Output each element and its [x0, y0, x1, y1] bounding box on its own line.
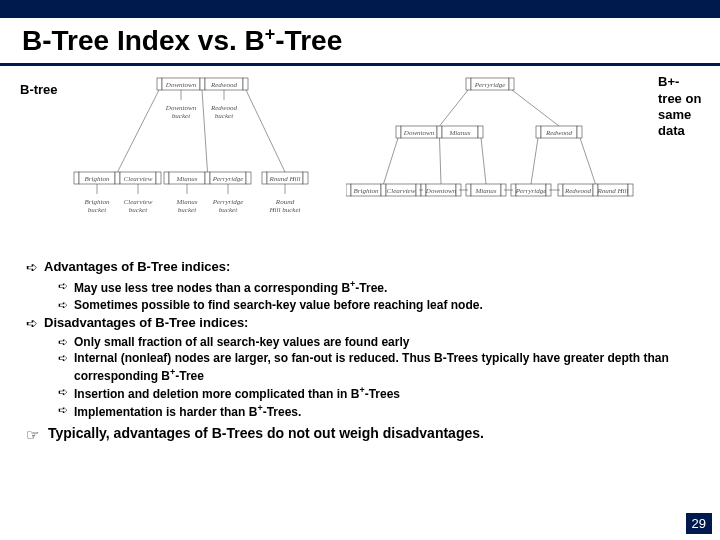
svg-rect-25: [262, 172, 267, 184]
svg-rect-53: [396, 126, 401, 138]
svg-rect-24: [246, 172, 251, 184]
svg-text:Clearview: Clearview: [387, 187, 416, 195]
svg-text:Mianus: Mianus: [176, 175, 198, 183]
slide-top-bar: [0, 0, 720, 18]
svg-rect-64: [346, 184, 351, 196]
arrow-icon: ➪: [26, 259, 44, 277]
arrow-icon: ➪: [58, 385, 74, 400]
svg-text:bucket: bucket: [215, 112, 234, 120]
arrow-icon: ➪: [58, 335, 74, 350]
svg-text:Hill bucket: Hill bucket: [269, 206, 302, 214]
bullet-text: Insertion and deletion more complicated …: [74, 385, 694, 402]
arrow-icon: ➪: [58, 351, 74, 366]
svg-line-42: [202, 90, 208, 172]
figure-label-right: B+-tree on same data: [650, 74, 706, 139]
summary-text: Typically, advantages of B-Trees do not …: [48, 425, 694, 443]
bullet-text: Internal (nonleaf) nodes are larger, so …: [74, 351, 694, 384]
svg-rect-28: [303, 172, 308, 184]
svg-line-93: [440, 138, 442, 184]
list-item: ➪Insertion and deletion more complicated…: [58, 385, 694, 402]
svg-rect-56: [437, 126, 442, 138]
slide-title: B-Tree Index vs. B+-Tree: [22, 24, 698, 57]
svg-text:Perryridge: Perryridge: [212, 198, 244, 206]
svg-text:Redwood: Redwood: [210, 104, 238, 112]
svg-line-43: [246, 90, 285, 172]
bullet-text: Sometimes possible to find search-key va…: [74, 298, 694, 313]
svg-text:bucket: bucket: [219, 206, 238, 214]
svg-line-96: [580, 138, 596, 184]
svg-text:bucket: bucket: [129, 206, 148, 214]
content-bullets: ➪ Advantages of B-Tree indices: ➪May use…: [0, 253, 720, 444]
svg-rect-6: [243, 78, 248, 90]
hand-icon: ☞: [26, 425, 48, 444]
svg-text:Mianus: Mianus: [449, 129, 471, 137]
svg-rect-17: [156, 172, 161, 184]
svg-rect-14: [115, 172, 120, 184]
svg-text:Perryridge: Perryridge: [474, 81, 506, 89]
arrow-icon: ➪: [26, 315, 44, 333]
advantages-head: ➪ Advantages of B-Tree indices:: [26, 259, 694, 277]
svg-line-91: [512, 90, 559, 126]
svg-text:bucket: bucket: [172, 112, 191, 120]
svg-line-92: [384, 138, 399, 184]
bullet-text: Advantages of B-Tree indices:: [44, 259, 694, 276]
svg-rect-89: [628, 184, 633, 196]
svg-rect-63: [577, 126, 582, 138]
bullet-text: Only small fraction of all search-key va…: [74, 335, 694, 350]
svg-text:Redwood: Redwood: [545, 129, 573, 137]
bplus-diagram: Perryridge DowntownMianusRedwood Brighto…: [346, 74, 646, 249]
svg-text:Downtown: Downtown: [425, 187, 457, 195]
svg-line-95: [531, 138, 538, 184]
svg-text:Brighton: Brighton: [85, 198, 110, 206]
title-container: B-Tree Index vs. B+-Tree: [0, 18, 720, 66]
svg-text:Perryridge: Perryridge: [515, 187, 547, 195]
svg-rect-67: [381, 184, 386, 196]
svg-text:Round Hill: Round Hill: [597, 187, 629, 195]
svg-text:Downtown: Downtown: [403, 129, 435, 137]
svg-rect-52: [509, 78, 514, 90]
svg-rect-11: [74, 172, 79, 184]
svg-text:bucket: bucket: [88, 206, 107, 214]
svg-rect-0: [157, 78, 162, 90]
slide-number: 29: [686, 513, 712, 534]
svg-text:bucket: bucket: [178, 206, 197, 214]
svg-text:Downtown: Downtown: [165, 104, 197, 112]
figure-label-left: B-tree: [12, 74, 68, 98]
svg-line-94: [481, 138, 486, 184]
summary-row: ☞ Typically, advantages of B-Trees do no…: [26, 425, 694, 444]
svg-text:Mianus: Mianus: [176, 198, 198, 206]
svg-text:Clearview: Clearview: [124, 198, 153, 206]
btree-diagram: DowntownRedwood DowntownbucketRedwoodbuc…: [72, 74, 342, 249]
svg-rect-49: [466, 78, 471, 90]
list-item: ➪Only small fraction of all search-key v…: [58, 335, 694, 350]
svg-text:Brighton: Brighton: [85, 175, 110, 183]
list-item: ➪Internal (nonleaf) nodes are larger, so…: [58, 351, 694, 384]
svg-text:Perryridge: Perryridge: [212, 175, 244, 183]
list-item: ➪Sometimes possible to find search-key v…: [58, 298, 694, 313]
svg-text:Redwood: Redwood: [564, 187, 592, 195]
figure-area: B-tree DowntownRedwood DowntownbucketRed…: [0, 66, 720, 253]
svg-rect-18: [164, 172, 169, 184]
svg-text:Round: Round: [275, 198, 295, 206]
bullet-text: May use less tree nodes than a correspon…: [74, 279, 694, 296]
svg-text:Downtown: Downtown: [165, 81, 197, 89]
list-item: ➪May use less tree nodes than a correspo…: [58, 279, 694, 296]
svg-text:Redwood: Redwood: [210, 81, 238, 89]
arrow-icon: ➪: [58, 403, 74, 418]
arrow-icon: ➪: [58, 298, 74, 313]
svg-line-41: [118, 90, 160, 172]
svg-line-90: [440, 90, 469, 126]
svg-text:Round Hill: Round Hill: [269, 175, 301, 183]
list-item: ➪Implementation is harder than B+-Trees.: [58, 403, 694, 420]
svg-rect-3: [200, 78, 205, 90]
svg-rect-60: [536, 126, 541, 138]
arrow-icon: ➪: [58, 279, 74, 294]
svg-rect-21: [205, 172, 210, 184]
svg-text:Brighton: Brighton: [354, 187, 379, 195]
svg-text:Mianus: Mianus: [475, 187, 497, 195]
svg-text:Clearview: Clearview: [124, 175, 153, 183]
svg-rect-59: [478, 126, 483, 138]
bullet-text: Implementation is harder than B+-Trees.: [74, 403, 694, 420]
disadvantages-head: ➪ Disadvantages of B-Tree indices:: [26, 315, 694, 333]
bullet-text: Disadvantages of B-Tree indices:: [44, 315, 694, 332]
